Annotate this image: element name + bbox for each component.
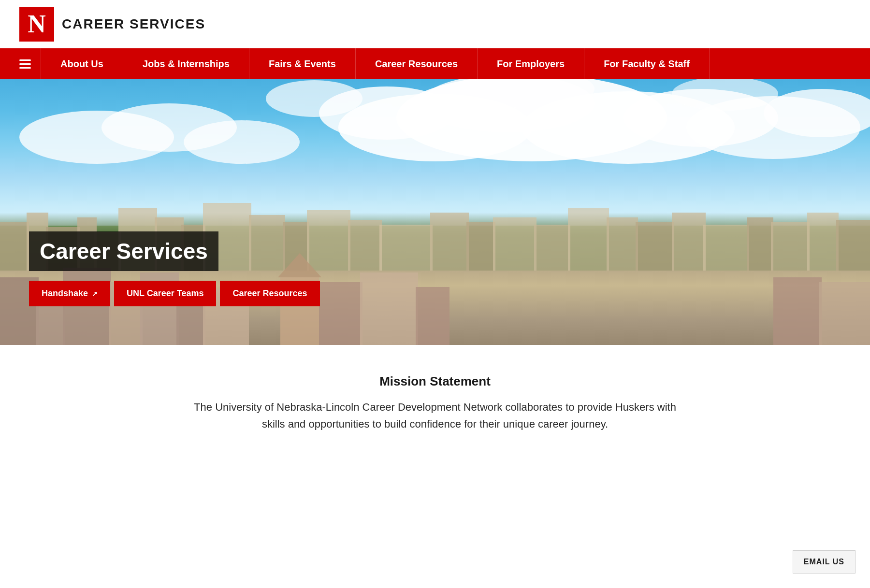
- site-header: N CAREER SERVICES: [0, 0, 870, 48]
- nav-item-about-us[interactable]: About Us: [41, 48, 123, 79]
- hamburger-menu[interactable]: [10, 55, 41, 73]
- career-resources-button[interactable]: Career Resources: [220, 281, 319, 306]
- mission-section: Mission Statement The University of Nebr…: [97, 345, 773, 471]
- nav-item-fairs-events[interactable]: Fairs & Events: [249, 48, 356, 79]
- svg-point-10: [184, 120, 300, 164]
- svg-point-11: [266, 80, 362, 117]
- site-title: CAREER SERVICES: [62, 16, 205, 32]
- svg-rect-54: [819, 282, 870, 345]
- external-link-icon: ↗: [92, 290, 98, 298]
- svg-rect-51: [360, 272, 418, 345]
- hamburger-line-3: [19, 67, 31, 69]
- hero-content: Career Services Handshake ↗ UNL Career T…: [29, 231, 320, 306]
- nav-item-for-employers[interactable]: For Employers: [478, 48, 584, 79]
- hero-buttons-container: Handshake ↗ UNL Career Teams Career Reso…: [29, 281, 320, 306]
- unl-career-teams-button[interactable]: UNL Career Teams: [114, 281, 216, 306]
- logo-container: N CAREER SERVICES: [19, 7, 205, 42]
- nav-item-for-faculty-staff[interactable]: For Faculty & Staff: [584, 48, 710, 79]
- nav-item-jobs-internships[interactable]: Jobs & Internships: [123, 48, 249, 79]
- hamburger-line-1: [19, 59, 31, 61]
- nav-items-container: About Us Jobs & Internships Fairs & Even…: [41, 48, 860, 79]
- handshake-button[interactable]: Handshake ↗: [29, 281, 110, 306]
- hero-section: Career Services Handshake ↗ UNL Career T…: [0, 79, 870, 345]
- hamburger-line-2: [19, 63, 31, 65]
- nav-item-career-resources[interactable]: Career Resources: [356, 48, 478, 79]
- main-nav: About Us Jobs & Internships Fairs & Even…: [0, 48, 870, 79]
- mission-text: The University of Nebraska-Lincoln Caree…: [193, 399, 677, 432]
- hero-title: Career Services: [40, 238, 208, 264]
- hero-title-box: Career Services: [29, 231, 218, 271]
- svg-rect-52: [416, 287, 450, 345]
- svg-rect-53: [773, 277, 822, 345]
- svg-rect-50: [319, 282, 362, 345]
- mission-title: Mission Statement: [116, 374, 754, 389]
- email-us-button[interactable]: EMAIL US: [793, 550, 856, 574]
- university-logo[interactable]: N: [19, 7, 54, 42]
